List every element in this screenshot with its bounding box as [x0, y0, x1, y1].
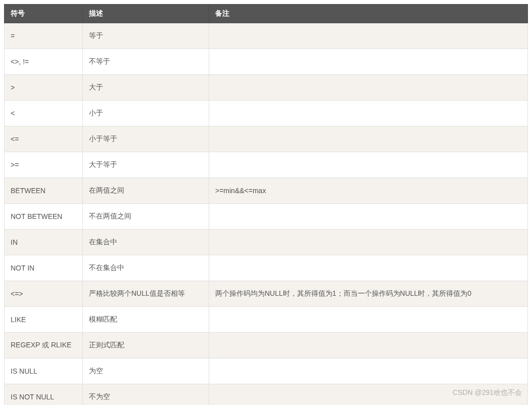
cell-symbol: NOT IN [5, 255, 83, 281]
table-row: NOT IN不在集合中 [5, 255, 528, 281]
cell-symbol: LIKE [5, 307, 83, 333]
cell-note [209, 23, 528, 49]
cell-note [209, 75, 528, 101]
cell-symbol: < [5, 101, 83, 126]
cell-desc: 不在两值之间 [83, 204, 209, 230]
cell-note [209, 204, 528, 230]
cell-symbol: IS NOT NULL [5, 384, 83, 406]
cell-symbol: REGEXP 或 RLIKE [5, 333, 83, 358]
table-row: LIKE模糊匹配 [5, 307, 528, 333]
header-symbol: 符号 [5, 5, 83, 23]
table-row: NOT BETWEEN不在两值之间 [5, 204, 528, 230]
cell-symbol: <= [5, 126, 83, 152]
cell-symbol: IN [5, 230, 83, 255]
cell-note [209, 230, 528, 255]
operators-table: 符号 描述 备注 =等于<>, !=不等于>大于<小于<=小于等于>=大于等于B… [4, 4, 528, 405]
table-row: REGEXP 或 RLIKE正则式匹配 [5, 333, 528, 358]
cell-symbol: >= [5, 152, 83, 178]
cell-desc: 不等于 [83, 49, 209, 75]
table-body: =等于<>, !=不等于>大于<小于<=小于等于>=大于等于BETWEEN在两值… [5, 23, 528, 406]
table-row: >大于 [5, 75, 528, 101]
cell-desc: 在两值之间 [83, 178, 209, 204]
cell-desc: 为空 [83, 358, 209, 384]
cell-note [209, 152, 528, 178]
table-row: <=>严格比较两个NULL值是否相等两个操作码均为NULL时，其所得值为1；而当… [5, 281, 528, 307]
cell-desc: 小于等于 [83, 126, 209, 152]
cell-note [209, 101, 528, 126]
cell-desc: 严格比较两个NULL值是否相等 [83, 281, 209, 307]
cell-symbol: <>, != [5, 49, 83, 75]
cell-desc: 大于 [83, 75, 209, 101]
header-desc: 描述 [83, 5, 209, 23]
cell-symbol: = [5, 23, 83, 49]
cell-symbol: IS NULL [5, 358, 83, 384]
table-header: 符号 描述 备注 [5, 5, 528, 23]
cell-note [209, 126, 528, 152]
cell-desc: 正则式匹配 [83, 333, 209, 358]
cell-symbol: NOT BETWEEN [5, 204, 83, 230]
table-row: BETWEEN在两值之间>=min&&<=max [5, 178, 528, 204]
cell-note [209, 333, 528, 358]
table-row: IN在集合中 [5, 230, 528, 255]
cell-desc: 大于等于 [83, 152, 209, 178]
cell-desc: 等于 [83, 23, 209, 49]
cell-symbol: <=> [5, 281, 83, 307]
cell-note [209, 307, 528, 333]
table-row: <=小于等于 [5, 126, 528, 152]
cell-note [209, 49, 528, 75]
table-row: >=大于等于 [5, 152, 528, 178]
header-note: 备注 [209, 5, 528, 23]
cell-symbol: > [5, 75, 83, 101]
cell-desc: 小于 [83, 101, 209, 126]
table-row: =等于 [5, 23, 528, 49]
cell-desc: 不在集合中 [83, 255, 209, 281]
table-row: <>, !=不等于 [5, 49, 528, 75]
cell-note [209, 255, 528, 281]
table-row: <小于 [5, 101, 528, 126]
cell-desc: 在集合中 [83, 230, 209, 255]
cell-desc: 不为空 [83, 384, 209, 406]
cell-note [209, 358, 528, 384]
cell-note: >=min&&<=max [209, 178, 528, 204]
cell-desc: 模糊匹配 [83, 307, 209, 333]
table-row: IS NULL为空 [5, 358, 528, 384]
cell-note [209, 384, 528, 406]
table-row: IS NOT NULL不为空 [5, 384, 528, 406]
cell-note: 两个操作码均为NULL时，其所得值为1；而当一个操作码为NULL时，其所得值为0 [209, 281, 528, 307]
cell-symbol: BETWEEN [5, 178, 83, 204]
